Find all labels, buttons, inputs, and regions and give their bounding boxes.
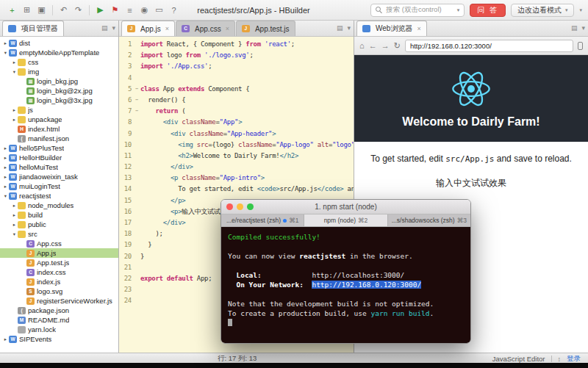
tree-item-yarn.lock[interactable]: yarn.lock [0, 325, 118, 334]
mode-dropdown[interactable]: 边改边看模式 ▾ [511, 4, 575, 17]
tab-project-manager[interactable]: 项目管理器 [2, 21, 64, 36]
collapse-arrow-icon[interactable]: ▾ [11, 231, 18, 237]
tree-item-unpackage[interactable]: ▸unpackage [0, 115, 118, 124]
url-bar[interactable]: http://192.168.0.120:3000/ [405, 40, 573, 52]
panel-menu-icon[interactable]: ▤ [101, 24, 108, 32]
device-icon[interactable]: ▭ [153, 5, 165, 15]
preview-icon[interactable]: ◉ [138, 5, 151, 15]
tree-item-login_bkg@3x.jpg[interactable]: ▦login_bkg@3x.jpg [0, 95, 118, 105]
expand-arrow-icon[interactable]: ▸ [2, 184, 9, 190]
save-icon[interactable]: ▣ [35, 5, 48, 15]
open-file-icon[interactable]: ⊞ [21, 5, 33, 15]
tree-item-emptyMobileAppTemplate[interactable]: ▾WemptyMobileAppTemplate [0, 48, 118, 57]
expand-arrow-icon[interactable]: ▸ [11, 222, 18, 228]
minimize-window-icon[interactable] [237, 203, 243, 210]
close-window-icon[interactable] [226, 203, 233, 210]
expand-arrow-icon[interactable]: ▸ [11, 117, 18, 123]
tree-item-helloMuiTest[interactable]: ▸WhelloMuiTest [0, 162, 118, 172]
editor-tab-App.js[interactable]: JApp.js× [121, 21, 175, 36]
run-icon[interactable]: ▶ [94, 5, 107, 15]
expand-arrow-icon[interactable]: ▸ [11, 59, 18, 65]
search-input[interactable]: 搜索 (双击control) ▾ [370, 4, 465, 17]
refresh-icon[interactable]: ↻ [394, 41, 401, 51]
expand-arrow-icon[interactable]: ▸ [2, 336, 9, 342]
tree-item-App.test.js[interactable]: JApp.test.js [0, 258, 118, 267]
close-tab-icon[interactable]: × [417, 25, 420, 32]
toolbar-overflow-icon[interactable]: ▾ [579, 7, 582, 13]
tree-item-public[interactable]: ▸public [0, 220, 118, 229]
expand-arrow-icon[interactable]: ▸ [2, 145, 9, 151]
back-icon[interactable]: ← [369, 41, 377, 50]
redo-icon[interactable]: ↷ [72, 5, 85, 15]
collapse-arrow-icon[interactable]: ▾ [2, 193, 9, 199]
panel-collapse-icon[interactable]: ▾ [112, 24, 115, 32]
tree-item-build[interactable]: ▸build [0, 210, 118, 220]
qa-button[interactable]: 问 答 [470, 4, 506, 17]
search-scope-caret-icon[interactable]: ▾ [457, 7, 460, 13]
terminal-tab-⌘3[interactable]: ...s/shadowsocks (zsh)⌘3 [388, 214, 470, 226]
zoom-window-icon[interactable] [247, 203, 254, 210]
terminal-window[interactable]: 1. npm start (node) ...e/reactjstest (zs… [220, 199, 471, 344]
close-tab-icon[interactable]: × [226, 25, 229, 32]
tree-item-dist[interactable]: ▸Wdist [0, 38, 118, 48]
tree-item-reactjstest[interactable]: ▾Wreactjstest [0, 191, 118, 201]
tree-item-js[interactable]: ▸js [0, 105, 118, 115]
tree-item-jiandaoweixin_task[interactable]: ▸Wjiandaoweixin_task [0, 172, 118, 181]
expand-arrow-icon[interactable]: ▸ [2, 40, 9, 46]
tree-item-index.css[interactable]: Cindex.css [0, 267, 118, 277]
tree-item-muiLoginTest[interactable]: ▸WmuiLoginTest [0, 181, 118, 191]
panel-collapse-icon[interactable]: ▾ [581, 24, 585, 32]
forward-icon[interactable]: → [381, 41, 390, 50]
home-icon[interactable]: ⌂ [359, 41, 365, 50]
line-number: 18 [119, 228, 133, 239]
tree-item-logo.svg[interactable]: Slogo.svg [0, 286, 118, 296]
tree-item-HelloHBuilder[interactable]: ▸WHelloHBuilder [0, 153, 118, 162]
panel-menu-icon[interactable]: ▤ [571, 24, 578, 32]
tree-item-App.js[interactable]: JApp.js [0, 248, 118, 258]
tree-item-login_bkg@2x.jpg[interactable]: ▦login_bkg@2x.jpg [0, 86, 118, 95]
tree-item-css[interactable]: ▸css [0, 57, 118, 67]
tree-item-hello5PlusTest[interactable]: ▸Whello5PlusTest [0, 143, 118, 153]
expand-arrow-icon[interactable]: ▸ [11, 212, 18, 218]
flag-icon[interactable]: ⚑ [109, 5, 121, 15]
sync-icon[interactable]: ↕ [558, 356, 562, 363]
collapse-arrow-icon[interactable]: ▾ [2, 50, 9, 56]
terminal-titlebar[interactable]: 1. npm start (node) [221, 200, 470, 214]
tree-item-img[interactable]: ▾img [0, 67, 118, 76]
collapse-arrow-icon[interactable]: ▾ [11, 69, 18, 75]
terminal-output[interactable]: Compiled successfully!You can now view r… [221, 227, 470, 343]
tree-item-manifest.json[interactable]: {manifest.json [0, 134, 118, 143]
new-file-icon[interactable]: + [6, 6, 18, 15]
expand-arrow-icon[interactable]: ▸ [2, 174, 9, 180]
expand-arrow-icon[interactable]: ▸ [2, 155, 9, 161]
editor-tab-App.css[interactable]: CApp.css× [176, 21, 235, 36]
tree-item-App.css[interactable]: CApp.css [0, 239, 118, 248]
fold-icon[interactable]: − [133, 95, 140, 106]
tree-item-src[interactable]: ▾src [0, 229, 118, 239]
terminal-tab-⌘1[interactable]: ...e/reactjstest (zsh)⌘1 [221, 214, 304, 226]
tree-item-registerServiceWorker.js[interactable]: JregisterServiceWorker.js [0, 296, 118, 306]
undo-icon[interactable]: ↶ [57, 5, 70, 15]
tree-item-README.md[interactable]: MREADME.md [0, 315, 118, 325]
tab-web-browser[interactable]: Web浏览器 × [356, 21, 427, 36]
expand-arrow-icon[interactable]: ▸ [11, 107, 18, 113]
fold-icon[interactable]: − [133, 84, 140, 95]
tree-item-index.js[interactable]: Jindex.js [0, 277, 118, 286]
expand-arrow-icon[interactable]: ▸ [11, 203, 18, 209]
editor-tab-App.test.js[interactable]: JApp.test.js [236, 21, 295, 36]
fold-icon[interactable]: − [133, 106, 140, 117]
tree-item-login_bkg.jpg[interactable]: ▦login_bkg.jpg [0, 76, 118, 86]
format-icon[interactable]: ≡ [123, 6, 136, 15]
panel-menu-icon[interactable]: ▤ [337, 24, 343, 32]
tree-item-index.html[interactable]: Hindex.html [0, 124, 118, 134]
editor-type-label[interactable]: JavaScript Editor [492, 355, 545, 363]
tree-item-node_modules[interactable]: ▸node_modules [0, 201, 118, 210]
expand-arrow-icon[interactable]: ▸ [2, 165, 9, 170]
terminal-tab-⌘2[interactable]: npm (node)⌘2 [304, 214, 387, 226]
help-icon[interactable]: ? [168, 6, 180, 15]
panel-collapse-icon[interactable]: ▾ [347, 24, 351, 32]
close-tab-icon[interactable]: × [165, 25, 169, 32]
mobile-device-icon[interactable] [578, 42, 583, 50]
tree-item-package.json[interactable]: {package.json [0, 306, 118, 315]
tree-item-SIPEvents[interactable]: ▸WSIPEvents [0, 334, 118, 344]
